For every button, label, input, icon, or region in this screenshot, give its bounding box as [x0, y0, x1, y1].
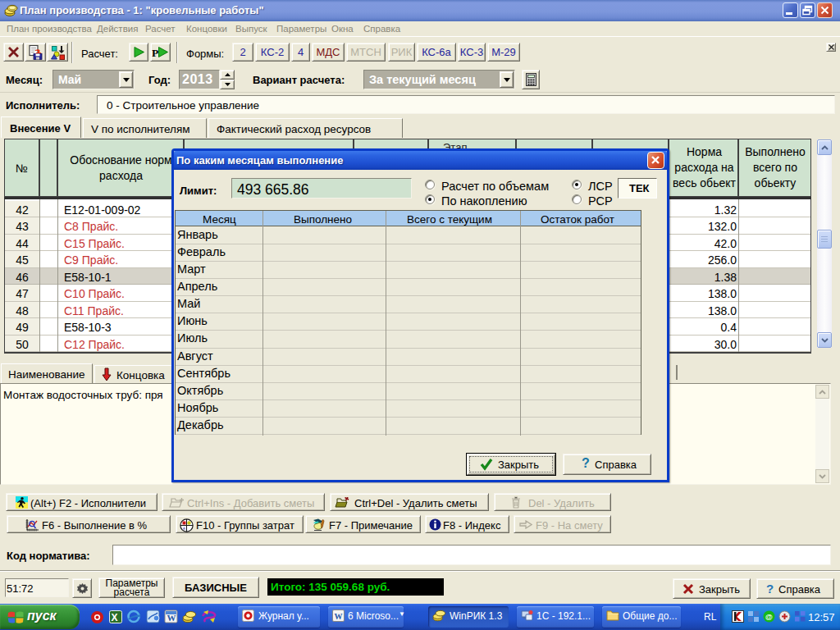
svg-text:@: @: [765, 613, 773, 621]
svg-text:W: W: [335, 612, 343, 621]
svg-text:W: W: [167, 613, 176, 623]
svg-text:P: P: [152, 47, 158, 59]
svg-text:X: X: [112, 612, 118, 623]
